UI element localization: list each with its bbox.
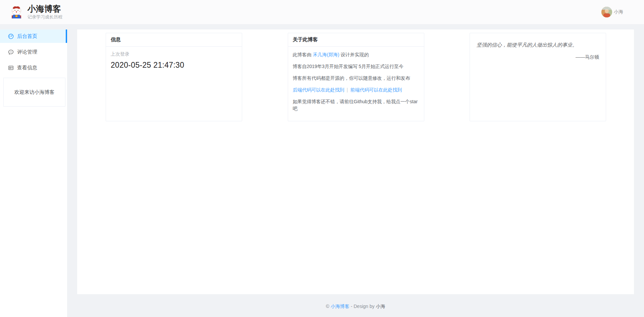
about-line-code-links: 后端代码可以在此处找到|前端代码可以在此处找到 — [293, 86, 419, 93]
copyright-symbol: © — [326, 304, 331, 309]
layout: 后台首页 评论管理 — [0, 29, 644, 317]
about-line-github: 如果觉得博客还不错，请前往Github支持我，给我点一个star吧 — [293, 98, 419, 112]
sidebar-item-label: 评论管理 — [17, 49, 37, 55]
footer-site-link[interactable]: 小海博客 — [331, 304, 350, 309]
message-icon — [8, 49, 14, 55]
about-line-opensource: 博客所有代码都是开源的，你可以随意修改，运行和发布 — [293, 75, 419, 82]
idcard-icon — [8, 65, 14, 71]
author-link[interactable]: 禾几海(郑海) — [313, 52, 339, 57]
quote-author: ——马尔顿 — [477, 54, 599, 60]
welcome-text: 欢迎来访小海博客 — [14, 89, 55, 96]
info-card-title: 信息 — [106, 33, 242, 47]
quote-card-body: 坚强的信心，能使平凡的人做出惊人的事业。 ——马尔顿 — [470, 33, 606, 68]
footer-middle-text: - Design by — [350, 304, 376, 309]
blog-mascot-logo-icon — [9, 4, 24, 20]
last-login-value: 2020-05-25 21:47:30 — [111, 61, 237, 70]
site-title: 小海博客 — [28, 4, 62, 14]
sidebar-item-comments[interactable]: 评论管理 — [0, 45, 67, 59]
user-menu[interactable]: 小海 — [601, 7, 623, 17]
main-content: 信息 上次登录 2020-05-25 21:47:30 关于此博客 此博客由 禾… — [77, 29, 634, 294]
brand-block: 小海博客 记录学习成长历程 — [28, 4, 62, 20]
sidebar-menu: 后台首页 评论管理 — [0, 29, 67, 74]
about-line1-suffix: 设计并实现的 — [339, 52, 369, 57]
sidebar-item-view-info[interactable]: 查看信息 — [0, 61, 67, 74]
info-card-body: 上次登录 2020-05-25 21:47:30 — [106, 47, 242, 74]
top-header: 小海博客 记录学习成长历程 小海 — [0, 0, 644, 24]
user-name[interactable]: 小海 — [614, 9, 623, 15]
about-line-history: 博客自2019年3月开始开发编写 5月开始正式运行至今 — [293, 63, 419, 70]
quote-text: 坚强的信心，能使平凡的人做出惊人的事业。 — [477, 41, 599, 49]
about-card-body: 此博客由 禾几海(郑海) 设计并实现的 博客自2019年3月开始开发编写 5月开… — [288, 47, 424, 117]
backend-code-link[interactable]: 后端代码可以在此处找到 — [293, 87, 344, 92]
sidebar: 后台首页 评论管理 — [0, 29, 67, 317]
welcome-card: 欢迎来访小海博客 — [3, 78, 65, 107]
page-footer: © 小海博客 - Design by 小海 — [77, 294, 634, 310]
cards-row: 信息 上次登录 2020-05-25 21:47:30 关于此博客 此博客由 禾… — [106, 33, 606, 121]
last-login-label: 上次登录 — [111, 51, 237, 57]
site-subtitle: 记录学习成长历程 — [28, 14, 62, 20]
info-card: 信息 上次登录 2020-05-25 21:47:30 — [106, 33, 242, 121]
sidebar-item-dashboard[interactable]: 后台首页 — [0, 29, 67, 43]
frontend-code-link[interactable]: 前端代码可以在此处找到 — [350, 87, 402, 92]
content-column: 信息 上次登录 2020-05-25 21:47:30 关于此博客 此博客由 禾… — [77, 29, 634, 317]
about-line-author: 此博客由 禾几海(郑海) 设计并实现的 — [293, 51, 419, 58]
user-avatar-icon[interactable] — [601, 7, 612, 17]
about-card-title: 关于此博客 — [288, 33, 424, 47]
about-card: 关于此博客 此博客由 禾几海(郑海) 设计并实现的 博客自2019年3月开始开发… — [288, 33, 424, 121]
quote-card: 坚强的信心，能使平凡的人做出惊人的事业。 ——马尔顿 — [470, 33, 606, 121]
dashboard-icon — [8, 34, 14, 39]
footer-designer-name: 小海 — [376, 304, 385, 309]
sidebar-item-label: 查看信息 — [17, 65, 37, 71]
link-separator: | — [347, 87, 348, 92]
sidebar-item-label: 后台首页 — [17, 33, 37, 40]
admin-page: 小海博客 记录学习成长历程 小海 — [0, 0, 644, 317]
about-line1-prefix: 此博客由 — [293, 52, 313, 57]
